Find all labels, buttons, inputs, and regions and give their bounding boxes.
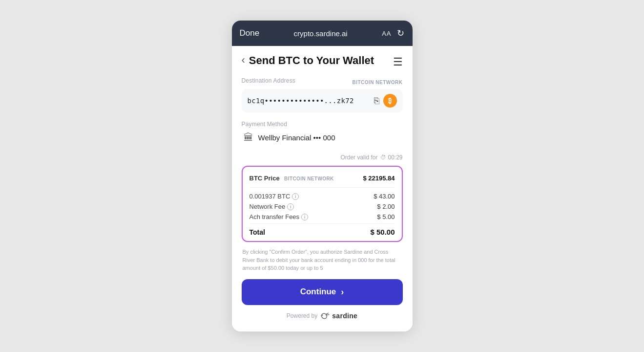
price-header-left: BTC Price BITCOIN NETWORK	[249, 174, 334, 182]
total-row: Total $ 50.00	[249, 223, 395, 236]
order-valid-label: Order valid for	[340, 154, 377, 161]
btc-price-label: BTC Price	[249, 175, 280, 182]
page-title: Send BTC to Your Wallet	[249, 54, 374, 67]
browser-url: crypto.sardine.ai	[294, 29, 348, 38]
line-item-btc: 0.001937 BTC i $ 43.00	[249, 193, 395, 200]
price-box: BTC Price BITCOIN NETWORK $ 22195.84 0.0…	[242, 166, 403, 242]
copy-icon[interactable]: ⎘	[374, 96, 379, 106]
address-box: bc1q••••••••••••••...zk72 ⎘ ₿	[242, 89, 403, 112]
continue-chevron-icon: ›	[341, 287, 344, 297]
network-fee-label: Network Fee i	[249, 203, 294, 210]
page-header: ‹ Send BTC to Your Wallet ☰	[242, 54, 403, 68]
font-size-button[interactable]: AA	[382, 30, 391, 37]
bank-icon: 🏛	[244, 132, 253, 143]
disclaimer-text: By clicking "Confirm Order", you authori…	[242, 248, 403, 272]
sardine-name: sardine	[332, 312, 357, 320]
done-button[interactable]: Done	[240, 28, 260, 38]
price-header-row: BTC Price BITCOIN NETWORK $ 22195.84	[249, 174, 395, 188]
clock-icon: ⏱	[380, 154, 386, 161]
network-badge: BITCOIN NETWORK	[352, 80, 402, 85]
destination-label: Destination Address	[242, 77, 296, 84]
header-left: ‹ Send BTC to Your Wallet	[242, 54, 374, 67]
ach-fee-label: Ach transfer Fees i	[249, 213, 309, 220]
browser-bar: Done crypto.sardine.ai AA ↻	[232, 21, 413, 46]
btc-amount-value: $ 43.00	[374, 193, 395, 200]
ach-fee-info-icon[interactable]: i	[301, 214, 308, 220]
btc-info-icon[interactable]: i	[292, 193, 299, 200]
order-valid-row: Order valid for ⏱ 00:29	[242, 154, 403, 161]
phone-frame: Done crypto.sardine.ai AA ↻ ‹ Send BTC t…	[232, 21, 413, 331]
continue-label: Continue	[300, 287, 336, 297]
powered-by-text: Powered by	[287, 312, 317, 319]
continue-button[interactable]: Continue ›	[242, 279, 403, 305]
address-icons: ⎘ ₿	[374, 94, 397, 108]
total-value: $ 50.00	[370, 228, 395, 236]
browser-actions: AA ↻	[382, 28, 404, 39]
page-content: ‹ Send BTC to Your Wallet ☰ Destination …	[232, 46, 413, 331]
price-network-badge: BITCOIN NETWORK	[284, 176, 334, 181]
payment-label: Payment Method	[242, 121, 288, 128]
order-timer: ⏱ 00:29	[380, 154, 402, 161]
back-button[interactable]: ‹	[242, 55, 245, 66]
line-item-ach-fee: Ach transfer Fees i $ 5.00	[249, 213, 395, 220]
payment-method-row: 🏛 Wellby Financial ••• 000	[242, 128, 403, 147]
ach-fee-value: $ 5.00	[377, 213, 395, 220]
network-fee-value: $ 2.00	[377, 203, 395, 210]
refresh-button[interactable]: ↻	[397, 28, 404, 39]
btc-price-value: $ 22195.84	[363, 175, 395, 182]
btc-icon: ₿	[383, 94, 397, 108]
payment-method-section: Payment Method 🏛 Wellby Financial ••• 00…	[242, 119, 403, 147]
address-text: bc1q••••••••••••••...zk72	[248, 97, 354, 105]
total-label: Total	[249, 228, 265, 236]
btc-amount-label: 0.001937 BTC i	[249, 193, 299, 200]
line-item-network-fee: Network Fee i $ 2.00	[249, 203, 395, 210]
network-fee-info-icon[interactable]: i	[287, 203, 294, 210]
destination-section: Destination Address BITCOIN NETWORK bc1q…	[242, 77, 403, 112]
sardine-logo-icon	[320, 312, 330, 320]
sardine-logo: sardine	[320, 312, 357, 320]
powered-by-section: Powered by sardine	[242, 312, 403, 322]
timer-value: 00:29	[388, 154, 402, 161]
bank-name: Wellby Financial ••• 000	[258, 133, 335, 142]
svg-point-0	[322, 315, 323, 316]
destination-row: Destination Address BITCOIN NETWORK	[242, 77, 403, 87]
menu-button[interactable]: ☰	[393, 56, 403, 68]
